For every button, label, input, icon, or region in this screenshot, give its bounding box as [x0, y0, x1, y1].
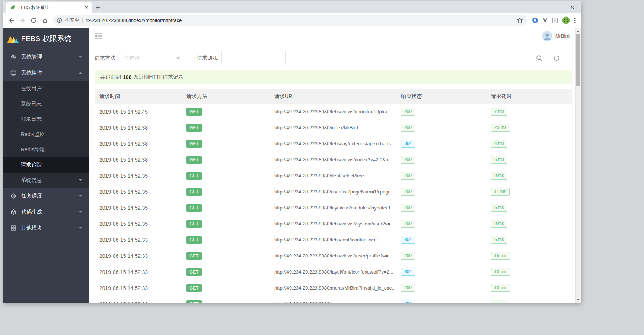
status-badge: 200: [401, 124, 415, 132]
sidebar-submenu-item[interactable]: 登录日志: [3, 111, 89, 127]
sidebar-submenu-item[interactable]: 系统日志: [3, 96, 89, 111]
cell-method: GET: [182, 104, 270, 120]
sidebar-collapse-icon[interactable]: [95, 33, 103, 39]
cell-method: GET: [182, 280, 270, 296]
cell-status: 200: [396, 168, 486, 184]
sidebar-menu-item[interactable]: 系统管理: [3, 49, 89, 65]
new-tab-button[interactable]: [92, 2, 103, 13]
cell-method: GET: [182, 296, 270, 303]
sidebar-submenu-item[interactable]: Redis终端: [3, 142, 89, 157]
grid-icon: [10, 225, 16, 231]
trace-row: 2019-06-15 14:52:38 GET http://49.234.20…: [95, 120, 572, 136]
app-header: MrBird: [89, 28, 575, 44]
sidebar-submenu-item[interactable]: Redis监控: [3, 127, 89, 142]
url-filter-input[interactable]: [221, 51, 286, 65]
back-button[interactable]: [6, 15, 16, 26]
trace-row: 2019-06-15 14:52:33 GET http://49.234.20…: [95, 232, 572, 248]
scrollbar-thumb[interactable]: [576, 34, 580, 86]
cell-status: 200: [396, 152, 486, 168]
tab-close-icon[interactable]: [83, 4, 89, 10]
sidebar-menu-item[interactable]: 系统监控: [3, 65, 89, 81]
sidebar-submenu-item[interactable]: 在线用户: [3, 81, 89, 96]
cell-url: http://49.234.20.223:8080/index/MrBird: [270, 120, 396, 136]
trace-row: 2019-06-15 14:52:38 GET http://49.234.20…: [95, 152, 572, 168]
cell-time: 2019-06-15 14:52:33: [95, 248, 182, 264]
col-header-time: 请求时间: [95, 89, 182, 104]
cell-status: 200: [396, 248, 486, 264]
status-badge: 304: [401, 140, 415, 148]
sidebar-menu-item[interactable]: 其他模块: [3, 220, 89, 236]
user-menu[interactable]: MrBird: [542, 31, 570, 41]
cell-status: 200: [396, 280, 486, 296]
cell-method: GET: [182, 184, 270, 200]
extension-icon-c[interactable]: [552, 18, 558, 23]
trace-row: 2019-06-15 14:52:33 GET http://49.234.20…: [95, 280, 572, 296]
browser-window: FEBS 权限系统: [3, 1, 581, 303]
browser-profile-avatar[interactable]: [562, 16, 570, 24]
browser-tab[interactable]: FEBS 权限系统: [6, 2, 92, 13]
logo-triangles-icon: [7, 35, 19, 43]
info-icon[interactable]: [57, 18, 62, 23]
reload-button[interactable]: [28, 15, 39, 26]
url-text: http://49.234.20.223:8080/febs/views//mo…: [274, 109, 391, 114]
address-divider: [82, 18, 83, 23]
status-badge: 304: [401, 268, 415, 276]
user-avatar: [542, 31, 552, 41]
status-badge: 200: [401, 188, 415, 196]
scroll-up-icon[interactable]: [576, 28, 581, 34]
cell-method: GET: [182, 216, 270, 232]
cube-icon: [10, 209, 16, 215]
status-badge: 200: [401, 108, 415, 116]
scroll-down-icon[interactable]: [576, 297, 581, 303]
minimize-button[interactable]: [529, 1, 546, 13]
browser-toolbar: 不安全 49.234.20.223:8080/index#/monitor/ht…: [3, 13, 581, 28]
refresh-button[interactable]: [553, 54, 560, 62]
method-badge: GET: [186, 172, 202, 180]
filter-actions: [536, 54, 560, 62]
trace-row: 2019-06-15 14:52:38 GET http://49.234.20…: [95, 136, 572, 152]
sidebar-submenu-item[interactable]: 请求追踪: [3, 157, 89, 173]
forward-button[interactable]: [17, 15, 28, 26]
status-badge: 200: [401, 220, 415, 228]
cell-method: GET: [182, 248, 270, 264]
trace-row: 2019-06-15 14:52:35 GET http://49.234.20…: [95, 184, 572, 200]
close-button[interactable]: [564, 1, 581, 13]
window-controls: [529, 1, 581, 13]
cell-time: 2019-06-15 14:52:33: [95, 232, 182, 248]
browser-menu-icon[interactable]: [574, 18, 576, 23]
trace-row: 2019-06-15 14:52:33 GET http://49.234.20…: [95, 248, 572, 264]
sidebar-menu-item[interactable]: 任务调度: [3, 188, 89, 204]
sidebar-submenu-item[interactable]: 系统信息: [3, 173, 89, 188]
address-bar[interactable]: 不安全 49.234.20.223:8080/index#/monitor/ht…: [53, 15, 527, 26]
search-button[interactable]: [536, 54, 543, 62]
home-button[interactable]: [39, 15, 50, 26]
method-badge: GET: [186, 108, 202, 116]
cell-url: http://49.234.20.223:8080/dept/select/tr…: [270, 168, 396, 184]
user-name: MrBird: [555, 33, 570, 39]
cell-url: http://49.234.20.223:8080/febs/font/icon…: [270, 232, 396, 248]
sidebar-menu-item[interactable]: 代码生成: [3, 204, 89, 220]
duration-badge: 6 ms: [491, 156, 507, 164]
method-badge: GET: [186, 124, 202, 132]
status-badge: 200: [401, 156, 415, 164]
extension-icon-b[interactable]: [542, 18, 548, 23]
trace-row: 2019-06-15 14:52:28 GET http://49.234.20…: [95, 296, 572, 303]
cell-method: GET: [182, 152, 270, 168]
status-badge: 200: [401, 204, 415, 212]
url-text: http://49.234.20.223:8080/...: [274, 301, 335, 303]
maximize-button[interactable]: [546, 1, 564, 13]
page-scrollbar[interactable]: [575, 28, 581, 303]
duration-badge: 9 ms: [491, 220, 507, 228]
trace-row: 2019-06-15 14:52:33 GET http://49.234.20…: [95, 264, 572, 280]
extension-icon-a[interactable]: [532, 17, 538, 23]
cell-time: 2019-06-15 14:52:38: [95, 136, 182, 152]
bookmark-star-icon[interactable]: [517, 17, 523, 23]
method-select[interactable]: 请选择: [119, 51, 184, 65]
cell-time: 2019-06-15 14:52:35: [95, 168, 182, 184]
cell-time: 2019-06-15 14:52:38: [95, 152, 182, 168]
method-badge: GET: [186, 156, 202, 164]
url-text: http://49.234.20.223:8080/febs/views//sy…: [274, 221, 394, 227]
method-badge: GET: [186, 220, 202, 228]
col-header-method: 请求方法: [182, 89, 270, 104]
chevron-icon: [79, 56, 82, 58]
